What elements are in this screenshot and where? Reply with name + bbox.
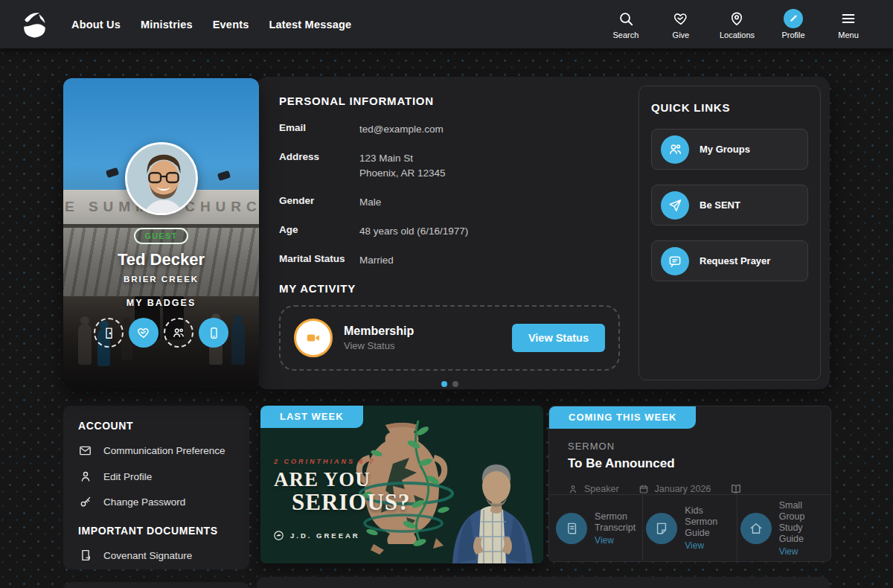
account-panel: ACCOUNT Communication Preference Edit Pr… bbox=[63, 406, 249, 569]
activity-title: Membership bbox=[344, 325, 414, 338]
give-heart-icon bbox=[673, 10, 689, 28]
activity-carousel-dots bbox=[279, 381, 620, 387]
speaker-label: Speaker bbox=[584, 484, 619, 494]
badge-attend-door-icon[interactable] bbox=[94, 318, 124, 348]
profile-overview-panel: PERSONAL INFORMATION Email ted@example.c… bbox=[257, 77, 830, 389]
nav-events[interactable]: Events bbox=[213, 19, 249, 31]
activity-subtitle: View Status bbox=[344, 340, 414, 351]
speaker-logo-icon bbox=[274, 531, 284, 540]
search-icon bbox=[618, 10, 634, 28]
view-transcript-link[interactable]: View bbox=[595, 535, 636, 546]
membership-video-icon bbox=[294, 319, 333, 357]
home-icon bbox=[740, 513, 772, 544]
member-name: Ted Decker bbox=[118, 250, 205, 269]
sermon-title-line2: SERIOUS? bbox=[292, 489, 411, 516]
transcript-icon bbox=[556, 513, 587, 544]
quick-link-my-groups[interactable]: My Groups bbox=[651, 129, 808, 170]
book-icon bbox=[730, 483, 742, 495]
resource-kids-sermon-guide: Kids Sermon Guide View bbox=[643, 495, 737, 561]
upcoming-sermon-title: To Be Announced bbox=[568, 456, 830, 471]
coming-this-week-panel: COMING THIS WEEK SERMON To Be Announced … bbox=[548, 406, 831, 562]
plane-icon bbox=[661, 191, 689, 220]
change-password-link[interactable]: Change Password bbox=[78, 495, 234, 508]
sermon-resources-row: Sermon Transcript View Kids Sermon Guide… bbox=[549, 494, 830, 561]
nav-actions: Search Give Locations P bbox=[609, 10, 875, 39]
view-study-guide-link[interactable]: View bbox=[779, 546, 828, 557]
sermon-category: SERMON bbox=[568, 441, 830, 452]
account-title: ACCOUNT bbox=[78, 420, 234, 432]
edit-profile-link[interactable]: Edit Profile bbox=[78, 470, 234, 483]
view-status-button[interactable]: View Status bbox=[512, 324, 605, 352]
chat-bubble-icon bbox=[661, 247, 689, 275]
quick-link-be-sent[interactable]: Be SENT bbox=[651, 185, 808, 226]
sermon-date: January 2026 bbox=[655, 484, 711, 494]
map-pin-icon bbox=[729, 10, 745, 28]
envelope-icon bbox=[78, 444, 92, 458]
member-profile-card: E SUMMIT CHURC bbox=[63, 78, 259, 389]
sermon-scripture: 2 CORINTHIANS 6-7 bbox=[274, 458, 376, 465]
member-avatar bbox=[125, 142, 198, 215]
groups-icon bbox=[661, 135, 689, 164]
search-button[interactable]: Search bbox=[609, 10, 642, 39]
note-icon bbox=[646, 513, 677, 544]
next-panel-wide-partial bbox=[257, 577, 830, 588]
membership-activity-card: Membership View Status View Status bbox=[279, 305, 620, 371]
profile-avatar-icon bbox=[784, 10, 803, 28]
nav-about-us[interactable]: About Us bbox=[71, 19, 121, 31]
carousel-dot-active[interactable] bbox=[441, 381, 447, 387]
sermon-speaker: J.D. GREEAR bbox=[274, 531, 360, 540]
badge-give-heart-icon[interactable] bbox=[129, 318, 159, 348]
covenant-signature-link[interactable]: Covenant Signature bbox=[78, 549, 234, 562]
carousel-dot-inactive[interactable] bbox=[452, 381, 458, 387]
important-documents-title: IMPORTANT DOCUMENTS bbox=[78, 525, 234, 537]
page: About Us Ministries Events Latest Messag… bbox=[0, 0, 893, 588]
next-panel-left-partial bbox=[63, 582, 249, 588]
sermon-title-line1: ARE YOU bbox=[274, 468, 371, 491]
quick-link-request-prayer[interactable]: Request Prayer bbox=[651, 240, 808, 281]
status-badge: GUEST bbox=[134, 228, 189, 244]
locations-button[interactable]: Locations bbox=[720, 10, 755, 39]
person-icon bbox=[78, 470, 92, 483]
key-icon bbox=[78, 495, 92, 508]
badge-app-phone-icon[interactable] bbox=[199, 318, 228, 348]
primary-nav: About Us Ministries Events Latest Messag… bbox=[71, 19, 351, 31]
communication-preference-link[interactable]: Communication Preference bbox=[78, 444, 234, 458]
badges-row bbox=[94, 318, 228, 348]
view-kids-guide-link[interactable]: View bbox=[685, 540, 733, 551]
my-badges-title: MY BADGES bbox=[127, 298, 196, 308]
nav-latest-message[interactable]: Latest Message bbox=[269, 19, 351, 31]
coming-this-week-ribbon: COMING THIS WEEK bbox=[549, 406, 696, 429]
last-week-sermon-card[interactable]: LAST WEEK 2 CORINTHIANS 6-7 ARE YOU SERI… bbox=[260, 406, 543, 563]
profile-button[interactable]: Profile bbox=[777, 10, 810, 39]
top-nav-bar: About Us Ministries Events Latest Messag… bbox=[0, 0, 893, 48]
last-week-ribbon: LAST WEEK bbox=[260, 406, 363, 428]
nav-ministries[interactable]: Ministries bbox=[141, 19, 193, 31]
speaker-person-icon bbox=[568, 484, 578, 494]
sermon-meta: Speaker January 2026 bbox=[568, 483, 830, 495]
member-campus: BRIER CREEK bbox=[124, 275, 199, 284]
resource-sermon-transcript: Sermon Transcript View bbox=[549, 495, 643, 561]
resource-small-group-study-guide: Small Group Study Guide View bbox=[737, 495, 830, 561]
quick-links-title: QUICK LINKS bbox=[651, 101, 808, 114]
hamburger-menu-icon bbox=[840, 10, 857, 28]
badge-group-people-icon[interactable] bbox=[164, 318, 193, 348]
menu-button[interactable]: Menu bbox=[832, 10, 865, 39]
summit-church-logo-icon[interactable] bbox=[18, 8, 51, 41]
give-button[interactable]: Give bbox=[665, 10, 697, 39]
calendar-icon bbox=[638, 484, 649, 494]
quick-links-panel: QUICK LINKS My Groups Be SENT Request Pr… bbox=[638, 86, 821, 380]
signature-document-icon bbox=[78, 549, 92, 562]
